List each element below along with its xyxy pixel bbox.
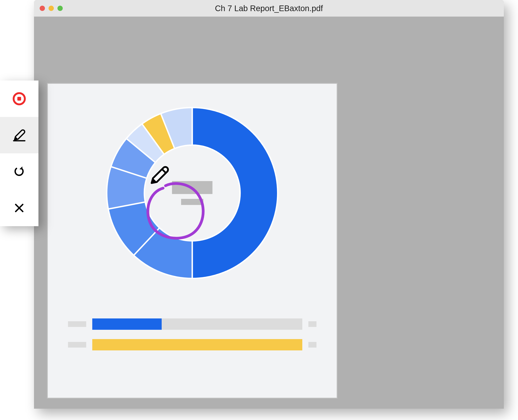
pdf-viewer-window: Ch 7 Lab Report_EBaxton.pdf	[34, 0, 504, 409]
legend-row	[68, 339, 316, 350]
zoom-window-button[interactable]	[58, 6, 63, 11]
redo-button[interactable]	[0, 153, 38, 190]
draw-button[interactable]	[0, 117, 38, 153]
document-text-placeholder	[350, 95, 485, 332]
redo-icon	[13, 165, 25, 178]
legend-bar-2	[92, 339, 302, 350]
close-icon	[13, 202, 25, 214]
annotation-toolbar	[0, 81, 38, 226]
pencil-icon	[12, 128, 27, 143]
close-toolbar-button[interactable]	[0, 190, 38, 226]
record-icon	[12, 91, 27, 106]
record-button[interactable]	[0, 81, 38, 117]
svg-rect-1	[17, 97, 21, 101]
document-heading-placeholder	[47, 40, 491, 64]
document-page	[47, 83, 338, 398]
minimize-window-button[interactable]	[49, 6, 54, 11]
traffic-lights	[40, 6, 63, 11]
titlebar: Ch 7 Lab Report_EBaxton.pdf	[34, 0, 504, 17]
chart-legend	[68, 318, 316, 350]
legend-bar-1	[92, 318, 302, 330]
legend-row	[68, 318, 316, 330]
pencil-cursor-icon	[148, 164, 170, 187]
close-window-button[interactable]	[40, 6, 45, 11]
window-title: Ch 7 Lab Report_EBaxton.pdf	[34, 4, 504, 13]
annotation-circle[interactable]	[145, 181, 206, 241]
